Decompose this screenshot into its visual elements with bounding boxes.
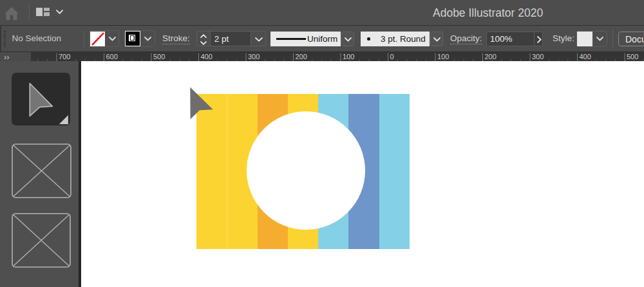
svg-text:300: 300: [532, 53, 544, 60]
svg-text:0: 0: [390, 53, 394, 60]
svg-text:››: ››: [4, 53, 9, 62]
svg-text:700: 700: [59, 53, 70, 60]
svg-text:100: 100: [437, 53, 449, 60]
svg-text:400: 400: [580, 53, 591, 60]
svg-text:300: 300: [248, 53, 260, 60]
svg-text:100: 100: [343, 53, 354, 60]
svg-text:200: 200: [485, 53, 497, 60]
svg-text:600: 600: [106, 53, 118, 60]
svg-text:500: 500: [627, 53, 638, 60]
svg-text:400: 400: [201, 53, 213, 60]
svg-text:500: 500: [153, 53, 165, 60]
svg-text:200: 200: [296, 53, 307, 60]
